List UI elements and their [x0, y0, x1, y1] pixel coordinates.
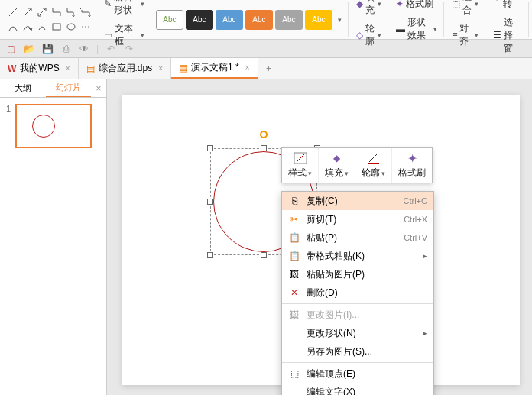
elbow-double-icon[interactable] — [79, 5, 92, 19]
ctx-paste-format[interactable]: 📋带格式粘贴(K)▸ — [282, 247, 433, 265]
ctx-save-as-picture[interactable]: 另存为图片(S)... — [282, 342, 433, 361]
svg-point-5 — [261, 131, 267, 138]
open-icon[interactable]: 📂 — [23, 43, 35, 55]
align-icon: ≡ — [452, 30, 457, 40]
slides-tab[interactable]: 幻灯片 — [46, 79, 92, 97]
curve-arrow-icon[interactable] — [21, 20, 34, 34]
close-icon[interactable]: × — [66, 64, 70, 73]
slide-number: 1 — [6, 104, 11, 113]
effect-icon: ▬ — [396, 24, 405, 34]
outline-tab[interactable]: 大纲 — [0, 79, 46, 97]
rotate-button[interactable]: ↻旋转▾ — [490, 0, 525, 13]
fill-icon: ◆ — [356, 0, 363, 9]
shape-styles-gallery[interactable]: Abc Abc Abc Abc Abc Abc ▾ — [156, 10, 345, 30]
fill-button[interactable]: ◆填充▾ — [353, 0, 384, 19]
curve-icon[interactable] — [6, 20, 20, 34]
outline-button[interactable]: ◇轮廓▾ — [353, 20, 384, 50]
resize-handle[interactable] — [261, 145, 267, 151]
ctx-cut[interactable]: ✂剪切(T)Ctrl+X — [282, 210, 433, 228]
textbox-icon: ▭ — [104, 30, 112, 40]
ctx-paste[interactable]: 📋粘贴(P)Ctrl+V — [282, 228, 433, 247]
svg-line-7 — [297, 154, 304, 162]
delete-icon: ✕ — [288, 287, 300, 299]
oval-icon[interactable] — [64, 20, 78, 34]
tab-file1[interactable]: ▤综合应用.dps× — [79, 58, 172, 79]
mini-brush-button[interactable]: ✦格式刷 — [392, 148, 432, 183]
elbow-arrow-icon[interactable] — [64, 5, 78, 19]
new-icon[interactable]: ▢ — [5, 43, 17, 55]
line-icon[interactable] — [6, 5, 20, 19]
paste-icon: 📋 — [288, 231, 300, 244]
pen-icon — [366, 151, 381, 165]
style-preset-1[interactable]: Abc — [156, 10, 183, 30]
double-arrow-icon[interactable] — [35, 5, 49, 19]
shape-effect-button[interactable]: ▬形状效果▾ — [393, 14, 440, 44]
rotate-icon: ↻ — [493, 0, 501, 3]
svg-line-2 — [39, 9, 45, 15]
style-preset-2[interactable]: Abc — [186, 10, 213, 30]
fill-label: 填充 — [365, 0, 375, 17]
arrow-icon[interactable] — [21, 5, 34, 19]
undo-icon[interactable]: ↶ — [105, 43, 117, 55]
tab-file2[interactable]: ▤演示文稿1 *× — [171, 58, 258, 79]
ctx-copy[interactable]: ⎘复制(C)Ctrl+C — [282, 192, 433, 210]
context-menu: ⎘复制(C)Ctrl+C ✂剪切(T)Ctrl+X 📋粘贴(P)Ctrl+V 📋… — [281, 191, 434, 395]
resize-handle[interactable] — [261, 252, 267, 258]
rect-icon[interactable] — [50, 20, 63, 34]
tab-label: 演示文稿1 * — [191, 61, 239, 74]
shape-effect-label: 形状效果 — [407, 16, 431, 42]
chevron-down-icon: ▾ — [141, 0, 144, 8]
ctx-change-shape[interactable]: 更改形状(N)▸ — [282, 324, 433, 342]
tab-mywps[interactable]: W我的WPS× — [0, 58, 79, 79]
resize-handle[interactable] — [207, 145, 213, 151]
ctx-paste-as-image[interactable]: 🖼粘贴为图片(P) — [282, 265, 433, 283]
doc-icon: ▤ — [179, 63, 187, 73]
ctx-delete[interactable]: ✕删除(D) — [282, 283, 433, 302]
align-button[interactable]: ≡对齐▾ — [449, 20, 482, 50]
close-icon[interactable]: × — [158, 64, 163, 73]
resize-handle[interactable] — [207, 252, 213, 258]
style-preset-3[interactable]: Abc — [216, 10, 243, 30]
edit-shape-button[interactable]: ✎编辑形状▾ — [101, 0, 148, 19]
doc-icon: ▤ — [86, 63, 95, 74]
save-icon[interactable]: 💾 — [41, 43, 54, 55]
print-icon[interactable]: ⎙ — [60, 43, 72, 55]
format-painter-label: 格式刷 — [406, 0, 433, 11]
cut-icon: ✂ — [288, 213, 300, 225]
shape-gallery[interactable]: ⋯ — [6, 5, 92, 34]
style-preset-4[interactable]: Abc — [245, 10, 273, 30]
group-button[interactable]: ⬚组合▾ — [449, 0, 482, 19]
add-tab-button[interactable]: + — [258, 58, 280, 79]
curve-double-icon[interactable] — [35, 20, 49, 34]
slide-thumbnail[interactable]: 1 — [6, 104, 100, 148]
style-preset-5[interactable]: Abc — [275, 10, 303, 30]
copy-icon: ⎘ — [288, 195, 300, 207]
ctx-edit-points[interactable]: ⬚编辑顶点(E) — [282, 364, 433, 383]
mini-outline-button[interactable]: 轮廓▾ — [355, 148, 392, 183]
style-preset-6[interactable]: Abc — [305, 10, 332, 30]
svg-line-8 — [369, 154, 377, 162]
gallery-more-icon[interactable]: ▾ — [335, 16, 345, 24]
svg-rect-9 — [368, 163, 379, 164]
picture-icon: 🖼 — [288, 309, 300, 321]
close-panel-icon[interactable]: × — [91, 79, 106, 97]
mini-fill-button[interactable]: ◆填充▾ — [319, 148, 355, 183]
rotate-label: 旋转 — [503, 0, 516, 11]
paste-image-icon: 🖼 — [288, 268, 300, 280]
redo-icon[interactable]: ↷ — [123, 43, 135, 55]
mini-style-button[interactable]: 样式▾ — [282, 148, 319, 183]
fill-icon: ◆ — [329, 151, 345, 165]
select-pane-button[interactable]: ☰选择窗 — [490, 14, 525, 57]
format-painter-button[interactable]: ✦格式刷 — [393, 0, 440, 13]
select-icon: ☰ — [493, 30, 501, 40]
chevron-down-icon: ▾ — [141, 31, 144, 39]
resize-handle[interactable] — [207, 199, 213, 205]
brush-icon: ✦ — [404, 151, 420, 165]
close-icon[interactable]: × — [245, 63, 250, 72]
ctx-edit-text[interactable]: 编辑文字(X) — [282, 383, 433, 395]
rotate-handle[interactable] — [259, 130, 268, 139]
more-shapes-icon[interactable]: ⋯ — [79, 20, 92, 34]
elbow-icon[interactable] — [50, 5, 63, 19]
paste-format-icon: 📋 — [288, 250, 300, 262]
preview-icon[interactable]: 👁 — [78, 43, 90, 55]
